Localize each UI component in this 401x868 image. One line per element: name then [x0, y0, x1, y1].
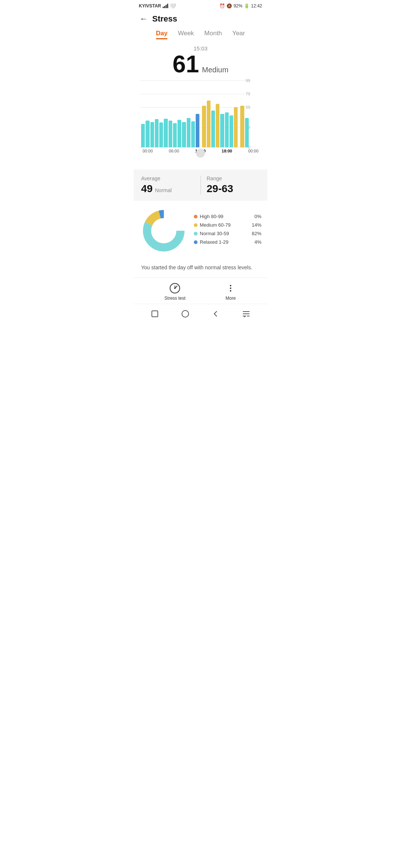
bar [182, 122, 186, 147]
svg-point-5 [230, 287, 231, 289]
donut-svg [140, 207, 188, 255]
avg-label: Average [141, 175, 195, 181]
bar [146, 121, 149, 147]
donut-chart [140, 207, 188, 255]
more-icon [225, 282, 237, 294]
nav-bar [134, 304, 267, 325]
label-relaxed: Relaxed 1-29 [200, 239, 228, 245]
time-24: 00:00 [248, 149, 258, 153]
avg-value: 49 [141, 183, 153, 195]
battery-pct: 92% [234, 3, 242, 9]
clock: 12:42 [251, 3, 262, 9]
header: ← Stress [134, 10, 267, 27]
pct-medium: 14% [252, 222, 261, 228]
bar [202, 106, 206, 147]
stress-test-icon [169, 282, 181, 294]
stress-test-label: Stress test [164, 296, 186, 301]
page-title: Stress [152, 14, 177, 24]
chart-area: 99 79 59 29 0 [140, 80, 261, 147]
more-label: More [226, 296, 236, 301]
tab-year[interactable]: Year [232, 30, 245, 39]
tab-month[interactable]: Month [204, 30, 222, 39]
label-medium: Medium 60-79 [200, 222, 231, 228]
bar [211, 111, 215, 147]
svg-point-3 [174, 287, 176, 289]
average-block: Average 49 Normal [141, 175, 195, 195]
avg-sub: Normal [155, 187, 172, 193]
bar [164, 119, 167, 147]
bar [187, 118, 190, 147]
more-button[interactable]: More [225, 282, 237, 301]
svg-rect-7 [152, 311, 158, 317]
range-value: 29-63 [207, 183, 260, 195]
chart-container: 99 79 59 29 0 [134, 78, 267, 159]
dot-relaxed [194, 240, 198, 244]
stats-section: Average 49 Normal Range 29-63 [134, 170, 267, 201]
tab-bar: Day Week Month Year [134, 27, 267, 39]
donut-hole [153, 220, 175, 242]
reading-section: 15:03 61 Medium [134, 39, 267, 78]
svg-point-6 [230, 290, 231, 292]
legend-relaxed: Relaxed 1-29 4% [194, 239, 261, 245]
stress-test-button[interactable]: Stress test [164, 282, 186, 301]
bar [220, 114, 224, 147]
legend: High 80-99 0% Medium 60-79 14% Normal 30… [194, 214, 261, 248]
stress-level: Medium [202, 66, 228, 74]
bar [150, 122, 154, 147]
bar [191, 121, 195, 147]
bar [245, 118, 249, 147]
tab-week[interactable]: Week [178, 30, 194, 39]
svg-point-4 [230, 285, 231, 286]
nav-back[interactable] [209, 307, 222, 320]
tab-day[interactable]: Day [156, 30, 167, 39]
time-axis: 00:00 06:00 12:00 18:00 00:00 [140, 147, 261, 153]
bar [159, 122, 163, 147]
time-18: 18:00 [222, 149, 232, 153]
bar [229, 115, 233, 147]
heart-icon: 🤍 [170, 3, 176, 9]
description: You started the day off with normal stre… [134, 261, 267, 277]
range-label: Range [207, 175, 260, 181]
pct-high: 0% [254, 214, 261, 219]
dot-medium [194, 223, 198, 227]
alarm2-icon: 🔕 [226, 3, 232, 9]
bottom-actions: Stress test More [134, 277, 267, 304]
carrier-info: KYIVSTAR 🤍 [139, 3, 176, 9]
bars-area [140, 80, 250, 147]
nav-circle[interactable] [179, 307, 192, 320]
nav-menu[interactable] [239, 307, 253, 320]
signal-icon [163, 4, 168, 8]
status-bar: KYIVSTAR 🤍 ⏰ 🔕 92% 🔋 12:42 [134, 0, 267, 10]
legend-normal: Normal 30-59 82% [194, 231, 261, 236]
bar [173, 123, 177, 147]
back-button[interactable]: ← [140, 15, 148, 23]
stat-divider [200, 176, 201, 194]
bar [169, 121, 172, 147]
legend-medium: Medium 60-79 14% [194, 222, 261, 228]
legend-high: High 80-99 0% [194, 214, 261, 219]
bar [177, 120, 181, 147]
pct-relaxed: 4% [254, 239, 261, 245]
dot-high [194, 215, 198, 218]
bar [216, 104, 219, 147]
bar [240, 106, 244, 147]
bar [141, 124, 145, 147]
battery-icon: 🔋 [244, 3, 250, 9]
status-right: ⏰ 🔕 92% 🔋 12:42 [219, 3, 262, 9]
bar [234, 107, 238, 147]
time-06: 06:00 [169, 149, 179, 153]
range-block: Range 29-63 [207, 175, 260, 195]
alarm-icon: ⏰ [219, 3, 225, 9]
distribution-section: High 80-99 0% Medium 60-79 14% Normal 30… [134, 201, 267, 261]
scrubber[interactable] [196, 149, 205, 158]
bar [207, 101, 211, 147]
label-normal: Normal 30-59 [200, 231, 229, 236]
time-00: 00:00 [143, 149, 153, 153]
svg-point-8 [182, 310, 189, 317]
bar [155, 119, 159, 147]
stress-value: 61 [173, 52, 199, 76]
nav-square[interactable] [148, 307, 162, 320]
dot-normal [194, 232, 198, 236]
reading-value: 61 Medium [134, 52, 267, 76]
bar [225, 112, 229, 147]
